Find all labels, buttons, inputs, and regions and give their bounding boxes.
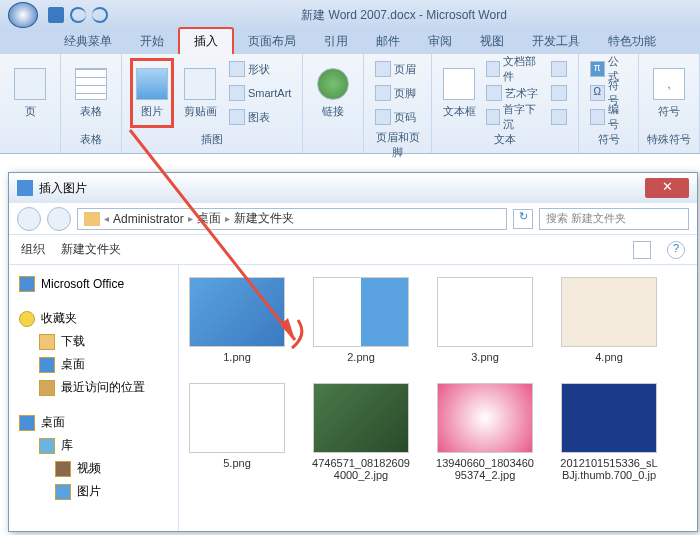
dialog-body: Microsoft Office 收藏夹 下载 桌面 最近访问的位置 桌面 库 … — [9, 265, 697, 531]
dialog-nav: ◂ Administrator ▸ 桌面 ▸ 新建文件夹 ↻ 搜索 新建文件夹 — [9, 203, 697, 235]
group-page-label — [8, 145, 52, 149]
file-name: 2012101515336_sLBJj.thumb.700_0.jpeg — [559, 457, 659, 485]
chart-button[interactable]: 图表 — [226, 106, 294, 128]
clipart-button[interactable]: 剪贴画 — [178, 58, 222, 128]
sig-icon — [551, 61, 567, 77]
text-m1[interactable] — [548, 58, 570, 80]
chart-icon — [229, 109, 245, 125]
page-button[interactable]: 页 — [8, 58, 52, 128]
file-item[interactable]: 4746571_081826094000_2.jpg — [311, 383, 411, 485]
text-m3[interactable] — [548, 106, 570, 128]
redo-icon[interactable] — [92, 7, 108, 23]
sidebar-item-video[interactable]: 视频 — [15, 457, 172, 480]
dialog-titlebar: 插入图片 ✕ — [9, 173, 697, 203]
file-name: 4.png — [595, 351, 623, 363]
bc-folder[interactable]: 新建文件夹 — [234, 210, 294, 227]
organize-button[interactable]: 组织 — [21, 241, 45, 258]
special-icon: , — [653, 68, 685, 100]
close-button[interactable]: ✕ — [645, 178, 689, 198]
office-button[interactable] — [8, 2, 38, 28]
desktop-icon — [39, 357, 55, 373]
footer-button[interactable]: 页脚 — [372, 82, 422, 104]
help-button[interactable]: ? — [667, 241, 685, 259]
save-icon[interactable] — [48, 7, 64, 23]
parts-button[interactable]: 文档部件 — [483, 58, 544, 80]
sb-lib-label: 库 — [61, 437, 73, 454]
refresh-button[interactable]: ↻ — [513, 209, 533, 229]
newfolder-button[interactable]: 新建文件夹 — [61, 241, 121, 258]
ribbon: 页 表格 表格 图片 剪贴画 形状 SmartArt 图表 插图 链接 页眉 页… — [0, 54, 700, 154]
tab-insert[interactable]: 插入 — [178, 27, 234, 54]
pictures-icon — [55, 484, 71, 500]
group-header-footer: 页眉 页脚 页码 页眉和页脚 — [364, 54, 431, 153]
smartart-button[interactable]: SmartArt — [226, 82, 294, 104]
page-icon — [14, 68, 46, 100]
file-list: 1.png 2.png 3.png 4.png 5.png 4746571_08… — [179, 265, 697, 531]
dropcap-icon — [486, 109, 500, 125]
symbol-button[interactable]: Ω符号 — [587, 82, 630, 104]
group-symbols: π公式 Ω符号 编号 符号 — [579, 54, 639, 153]
textbox-button[interactable]: 文本框 — [440, 58, 479, 128]
footer-label: 页脚 — [394, 86, 416, 101]
text-m2[interactable] — [548, 82, 570, 104]
tab-home[interactable]: 开始 — [126, 29, 178, 54]
bc-admin[interactable]: Administrator — [113, 212, 184, 226]
sidebar-item-downloads[interactable]: 下载 — [15, 330, 172, 353]
links-label: 链接 — [322, 104, 344, 119]
back-button[interactable] — [17, 207, 41, 231]
sb-desk-label: 桌面 — [61, 356, 85, 373]
file-item[interactable]: 1.png — [187, 277, 287, 363]
sidebar-item-favorites[interactable]: 收藏夹 — [15, 307, 172, 330]
group-links: 链接 — [303, 54, 364, 153]
sidebar-item-desktop[interactable]: 桌面 — [15, 353, 172, 376]
bc-desktop[interactable]: 桌面 — [197, 210, 221, 227]
file-item[interactable]: 13940660_180346095374_2.jpg — [435, 383, 535, 485]
file-item[interactable]: 2.png — [311, 277, 411, 363]
file-item[interactable]: 2012101515336_sLBJj.thumb.700_0.jpeg — [559, 383, 659, 485]
wordart-label: 艺术字 — [505, 86, 538, 101]
group-illustrations-label: 插图 — [130, 130, 294, 149]
sb-vid-label: 视频 — [77, 460, 101, 477]
shapes-button[interactable]: 形状 — [226, 58, 294, 80]
tab-review[interactable]: 审阅 — [414, 29, 466, 54]
folder-icon — [84, 212, 100, 226]
tab-dev[interactable]: 开发工具 — [518, 29, 594, 54]
tab-special[interactable]: 特色功能 — [594, 29, 670, 54]
file-item[interactable]: 4.png — [559, 277, 659, 363]
chart-label: 图表 — [248, 110, 270, 125]
header-button[interactable]: 页眉 — [372, 58, 422, 80]
forward-button[interactable] — [47, 207, 71, 231]
table-button[interactable]: 表格 — [69, 58, 113, 128]
group-special-label: 特殊符号 — [647, 130, 691, 149]
tab-classic[interactable]: 经典菜单 — [50, 29, 126, 54]
sidebar-item-desktop2[interactable]: 桌面 — [15, 411, 172, 434]
library-icon — [39, 438, 55, 454]
tab-references[interactable]: 引用 — [310, 29, 362, 54]
equation-button[interactable]: π公式 — [587, 58, 630, 80]
sidebar-item-pictures[interactable]: 图片 — [15, 480, 172, 503]
sidebar-item-recent[interactable]: 最近访问的位置 — [15, 376, 172, 399]
special-button[interactable]: ,符号 — [647, 58, 691, 128]
sidebar-item-library[interactable]: 库 — [15, 434, 172, 457]
folder-icon — [39, 334, 55, 350]
group-special: ,符号 特殊符号 — [639, 54, 700, 153]
tab-layout[interactable]: 页面布局 — [234, 29, 310, 54]
picture-button[interactable]: 图片 — [130, 58, 174, 128]
clipart-icon — [184, 68, 216, 100]
thumbnail — [313, 277, 409, 347]
tab-view[interactable]: 视图 — [466, 29, 518, 54]
view-button[interactable] — [633, 241, 651, 259]
file-item[interactable]: 5.png — [187, 383, 287, 485]
undo-icon[interactable] — [70, 7, 86, 23]
wordart-button[interactable]: 艺术字 — [483, 82, 544, 104]
links-button[interactable]: 链接 — [311, 58, 355, 128]
file-item[interactable]: 3.png — [435, 277, 535, 363]
chevron-icon: ◂ — [104, 213, 109, 224]
dropcap-button[interactable]: 首字下沉 — [483, 106, 544, 128]
sidebar-item-office[interactable]: Microsoft Office — [15, 273, 172, 295]
breadcrumb[interactable]: ◂ Administrator ▸ 桌面 ▸ 新建文件夹 — [77, 208, 507, 230]
search-input[interactable]: 搜索 新建文件夹 — [539, 208, 689, 230]
pagenum-button[interactable]: 页码 — [372, 106, 422, 128]
number-button[interactable]: 编号 — [587, 106, 630, 128]
tab-mail[interactable]: 邮件 — [362, 29, 414, 54]
